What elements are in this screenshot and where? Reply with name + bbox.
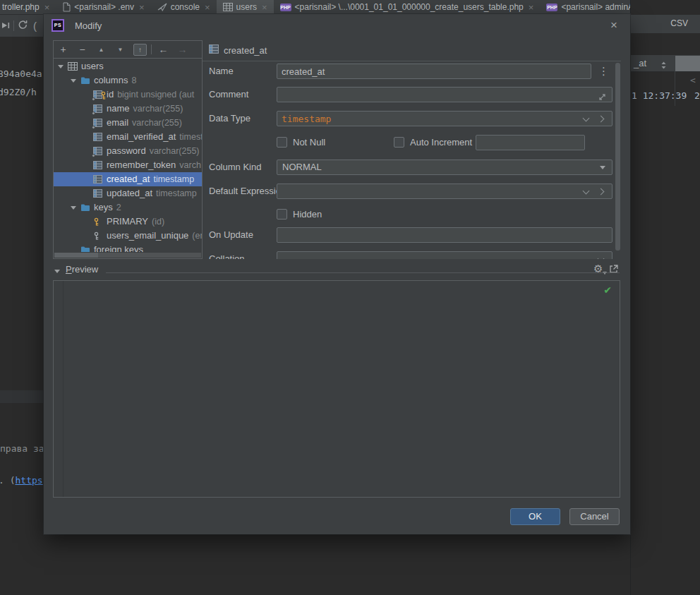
- sql-preview-editor[interactable]: [53, 280, 620, 498]
- table-icon: [223, 3, 233, 11]
- tree-item-created-at[interactable]: created_attimestamp: [54, 172, 202, 186]
- phpstorm-logo-icon: PS: [52, 19, 64, 32]
- close-icon[interactable]: ×: [139, 3, 145, 12]
- tab-parisnail-env[interactable]: <parisnail> .env×: [56, 0, 150, 14]
- tree-item-count: 2: [116, 200, 121, 215]
- scroll-from-editor-icon[interactable]: ↑: [133, 44, 147, 56]
- toolbar-divider: [13, 20, 14, 31]
- preview-collapse-arrow[interactable]: [54, 270, 60, 273]
- tree-item-label: columns: [94, 73, 128, 88]
- column-icon: [93, 147, 103, 156]
- not-null-checkbox[interactable]: [277, 137, 287, 148]
- remove-icon[interactable]: −: [76, 42, 88, 58]
- expand-arrow-icon[interactable]: [71, 79, 76, 83]
- default-expression-input[interactable]: [277, 184, 612, 198]
- tree-item-email[interactable]: emailvarchar(255): [54, 116, 202, 130]
- kebab-menu-icon[interactable]: [598, 65, 609, 78]
- tree-item-label: updated_at: [107, 186, 152, 200]
- grid-cell-datetime[interactable]: 1 12:37:39: [632, 90, 687, 101]
- form-vertical-scrollbar[interactable]: [615, 63, 620, 251]
- hidden-checkbox[interactable]: [277, 209, 287, 220]
- not-null-label: Not Null: [293, 135, 325, 150]
- cancel-button[interactable]: Cancel: [569, 508, 620, 525]
- console-cyrillic-line: права за: [0, 443, 44, 454]
- tree-item-users-email-unique[interactable]: users_email_unique(em: [54, 229, 202, 243]
- close-icon[interactable]: ×: [529, 3, 534, 12]
- data-type-input[interactable]: [277, 112, 612, 126]
- expand-arrow-icon[interactable]: [71, 206, 76, 210]
- tree-horizontal-scrollbar[interactable]: [54, 253, 201, 258]
- csv-format-selector[interactable]: CSV: [670, 18, 688, 28]
- move-down-icon[interactable]: ▼: [114, 42, 126, 58]
- tree-item-email-verified-at[interactable]: email_verified_attimest: [54, 130, 202, 144]
- on-update-input[interactable]: [277, 228, 612, 242]
- tree-item-label: email_verified_at: [107, 130, 176, 144]
- tree-item-label: keys: [94, 200, 113, 215]
- comment-input[interactable]: [277, 88, 612, 102]
- expand-editor-icon[interactable]: [598, 91, 606, 104]
- close-icon[interactable]: ×: [44, 3, 50, 12]
- comment-label: Comment: [209, 87, 248, 102]
- close-icon[interactable]: [606, 18, 622, 33]
- tree-item-id[interactable]: idbigint unsigned (aut: [54, 88, 202, 102]
- open-in-window-icon[interactable]: [609, 264, 618, 277]
- tree-item-type: timestamp: [156, 186, 197, 200]
- move-up-icon[interactable]: ▲: [95, 42, 107, 58]
- column-key-icon: [93, 90, 103, 100]
- name-input[interactable]: [277, 64, 591, 78]
- back-icon[interactable]: ←: [157, 42, 169, 58]
- grid-cell-next[interactable]: 2: [694, 90, 700, 101]
- hidden-label: Hidden: [293, 207, 322, 222]
- close-icon[interactable]: ×: [262, 3, 267, 12]
- add-icon[interactable]: +: [57, 42, 69, 58]
- tree-item-label: foreign keys: [94, 243, 143, 252]
- console-hash-line: 894a0e4a: [0, 68, 42, 79]
- tree-item-updated-at[interactable]: updated_attimestamp: [54, 186, 202, 200]
- preview-section-label[interactable]: Preview: [66, 264, 98, 275]
- tab-console[interactable]: console×: [151, 0, 217, 14]
- tree-item-keys[interactable]: keys2: [54, 200, 202, 215]
- editor-tab-bar: troller.php×<parisnail> .env×console×use…: [0, 0, 700, 15]
- column-tree: userscolumns8idbigint unsigned (autnamev…: [54, 59, 202, 252]
- tree-item-primary[interactable]: PRIMARY(id): [54, 215, 202, 229]
- tree-item-label: id: [107, 88, 114, 102]
- grid-format-bar: CSV: [631, 15, 700, 33]
- run-to-cursor-icon[interactable]: [1, 20, 11, 32]
- auto-increment-field-box: [476, 135, 585, 150]
- refresh-icon[interactable]: [18, 20, 28, 32]
- ok-button[interactable]: OK: [510, 508, 560, 525]
- dropdown-caret-icon: [600, 166, 605, 169]
- form-header-title: created_at: [224, 45, 267, 56]
- column-kind-combo[interactable]: NORMAL: [277, 160, 612, 175]
- collation-input[interactable]: [277, 252, 612, 259]
- column-icon: [93, 119, 103, 128]
- tree-item-remember-token[interactable]: remember_tokenvarch: [54, 158, 202, 172]
- tab-troller-php[interactable]: troller.php×: [0, 0, 56, 14]
- tree-item-name[interactable]: namevarchar(255): [54, 102, 202, 116]
- key-grey-icon: [93, 232, 103, 241]
- console-link[interactable]: https: [15, 475, 42, 486]
- console-token-line: d92Z0/h: [0, 87, 37, 97]
- tree-item-type: varchar(255): [133, 102, 183, 116]
- tab-users[interactable]: users×: [217, 0, 274, 14]
- tab-label: console: [171, 2, 200, 12]
- gear-icon[interactable]: [593, 263, 603, 275]
- close-icon[interactable]: ×: [205, 3, 210, 12]
- auto-increment-checkbox[interactable]: [394, 137, 404, 148]
- tree-item-type: timestamp: [153, 172, 194, 186]
- tree-item-users[interactable]: users: [54, 59, 202, 73]
- tree-item-foreign-keys[interactable]: foreign keys: [54, 243, 202, 252]
- tab-parisnail-0001-01-01-000000-create-users-table-php[interactable]: PHP<parisnail> \...\0001_01_01_000000_cr…: [274, 0, 541, 14]
- tree-item-type: varchar(255): [150, 144, 200, 158]
- tree-item-label: created_at: [107, 172, 150, 186]
- grid-cell-partial[interactable]: <: [690, 75, 696, 85]
- tree-item-columns[interactable]: columns8: [54, 73, 202, 88]
- column-kind-value: NORMAL: [277, 160, 612, 174]
- tree-item-password[interactable]: passwordvarchar(255): [54, 144, 202, 158]
- expand-arrow-icon[interactable]: [58, 65, 64, 68]
- tree-item-type: bigint unsigned (aut: [117, 88, 194, 102]
- grid-selected-header-cell[interactable]: [675, 56, 700, 71]
- sort-icon[interactable]: [660, 59, 667, 72]
- auto-increment-input[interactable]: [476, 136, 584, 150]
- forward-icon[interactable]: →: [176, 42, 188, 58]
